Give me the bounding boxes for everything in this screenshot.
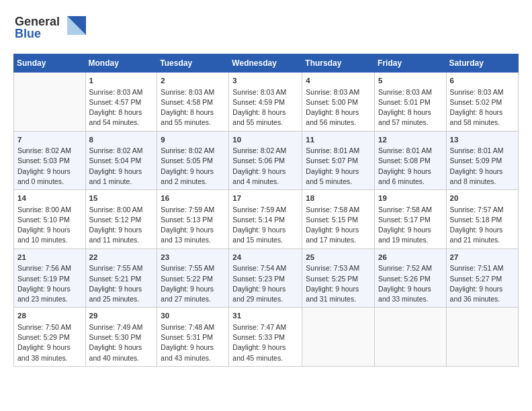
calendar-cell: 31Sunrise: 7:47 AMSunset: 5:33 PMDayligh… (229, 308, 302, 367)
calendar-cell: 2Sunrise: 8:03 AMSunset: 4:58 PMDaylight… (157, 73, 229, 132)
day-info: Sunrise: 8:00 AM (89, 205, 154, 215)
day-number: 15 (89, 193, 154, 204)
col-header-saturday: Saturday (446, 54, 518, 73)
calendar-cell: 10Sunrise: 8:02 AMSunset: 5:06 PMDayligh… (229, 131, 302, 190)
day-number: 19 (378, 193, 443, 204)
calendar-cell: 13Sunrise: 8:01 AMSunset: 5:09 PMDayligh… (446, 131, 518, 190)
day-info: Sunset: 5:17 PM (378, 215, 443, 225)
day-info: Sunset: 5:14 PM (232, 215, 298, 225)
day-number: 17 (232, 193, 298, 204)
day-number: 13 (450, 134, 515, 146)
day-info: and 25 minutes. (89, 294, 154, 304)
calendar-cell: 4Sunrise: 8:03 AMSunset: 5:00 PMDaylight… (302, 73, 375, 132)
day-number: 29 (89, 310, 154, 322)
col-header-sunday: Sunday (14, 54, 86, 73)
day-info: Sunrise: 7:53 AM (306, 263, 371, 273)
day-number: 5 (378, 75, 443, 87)
day-info: Daylight: 9 hours (17, 167, 82, 177)
calendar-week-3: 14Sunrise: 8:00 AMSunset: 5:10 PMDayligh… (14, 190, 519, 249)
day-info: Daylight: 9 hours (17, 284, 82, 294)
day-number: 24 (232, 252, 298, 263)
day-info: Daylight: 9 hours (161, 342, 225, 353)
day-info: Daylight: 8 hours (161, 107, 225, 118)
day-info: and 4 minutes. (232, 177, 298, 187)
calendar-header-row: SundayMondayTuesdayWednesdayThursdayFrid… (14, 54, 519, 73)
day-info: and 13 minutes. (161, 235, 225, 245)
header: General Blue (13, 11, 519, 46)
day-info: and 55 minutes. (161, 118, 225, 128)
calendar-cell: 30Sunrise: 7:48 AMSunset: 5:31 PMDayligh… (157, 308, 229, 367)
day-number: 31 (232, 310, 298, 322)
day-info: Sunrise: 8:02 AM (232, 146, 298, 156)
day-info: and 40 minutes. (89, 353, 154, 363)
day-info: Daylight: 9 hours (232, 284, 298, 294)
calendar-week-5: 28Sunrise: 7:50 AMSunset: 5:29 PMDayligh… (14, 308, 519, 367)
day-info: and 6 minutes. (378, 177, 443, 187)
day-info: and 15 minutes. (232, 235, 298, 245)
day-info: Sunset: 5:09 PM (450, 156, 515, 166)
day-info: Sunrise: 7:48 AM (161, 322, 225, 332)
day-number: 11 (306, 134, 371, 146)
day-number: 16 (161, 193, 225, 204)
day-info: Sunrise: 8:02 AM (17, 146, 82, 156)
day-info: Sunrise: 7:55 AM (89, 263, 154, 273)
day-info: Sunset: 5:07 PM (306, 156, 371, 166)
day-info: Sunset: 4:57 PM (89, 97, 154, 107)
day-info: Sunrise: 7:50 AM (17, 322, 82, 332)
day-info: Sunrise: 8:02 AM (161, 146, 225, 156)
col-header-thursday: Thursday (302, 54, 375, 73)
calendar-cell (302, 308, 375, 367)
day-info: Sunrise: 8:03 AM (306, 87, 371, 97)
day-info: and 43 minutes. (161, 353, 225, 363)
calendar-cell: 21Sunrise: 7:56 AMSunset: 5:19 PMDayligh… (14, 248, 86, 308)
calendar-cell: 8Sunrise: 8:02 AMSunset: 5:04 PMDaylight… (85, 131, 157, 190)
day-info: Daylight: 9 hours (450, 284, 515, 294)
day-info: Sunrise: 7:51 AM (450, 263, 515, 273)
day-info: Sunrise: 8:01 AM (378, 146, 443, 156)
day-info: and 19 minutes. (378, 235, 443, 245)
day-info: Daylight: 8 hours (378, 107, 443, 118)
day-info: Sunset: 5:05 PM (161, 156, 225, 166)
day-info: Sunset: 5:03 PM (17, 156, 82, 166)
day-number: 14 (17, 193, 82, 204)
day-info: Sunset: 5:13 PM (161, 215, 225, 225)
calendar-cell: 1Sunrise: 8:03 AMSunset: 4:57 PMDaylight… (85, 73, 157, 132)
day-info: Sunset: 4:59 PM (232, 97, 298, 107)
day-info: Sunset: 5:08 PM (378, 156, 443, 166)
col-header-friday: Friday (375, 54, 447, 73)
day-number: 21 (17, 252, 82, 263)
calendar-cell: 20Sunrise: 7:57 AMSunset: 5:18 PMDayligh… (446, 190, 518, 249)
day-info: Sunrise: 8:03 AM (89, 87, 154, 97)
day-info: Sunset: 5:04 PM (89, 156, 154, 166)
day-number: 27 (450, 252, 515, 263)
day-number: 28 (17, 310, 82, 322)
day-info: Sunset: 5:12 PM (89, 215, 154, 225)
day-number: 10 (232, 134, 298, 146)
calendar-cell: 9Sunrise: 8:02 AMSunset: 5:05 PMDaylight… (157, 131, 229, 190)
day-info: Sunrise: 8:00 AM (17, 205, 82, 215)
day-info: and 56 minutes. (306, 118, 371, 128)
day-info: Daylight: 9 hours (378, 284, 443, 294)
day-info: Sunset: 5:27 PM (450, 274, 515, 284)
day-info: Daylight: 9 hours (89, 342, 154, 353)
day-info: and 8 minutes. (450, 177, 515, 187)
day-info: and 45 minutes. (232, 353, 298, 363)
day-info: Sunset: 5:15 PM (306, 215, 371, 225)
calendar-cell: 14Sunrise: 8:00 AMSunset: 5:10 PMDayligh… (14, 190, 86, 249)
col-header-tuesday: Tuesday (157, 54, 229, 73)
day-info: and 38 minutes. (17, 353, 82, 363)
day-info: Sunrise: 7:55 AM (161, 263, 225, 273)
day-info: and 57 minutes. (378, 118, 443, 128)
svg-text:Blue: Blue (15, 27, 41, 40)
day-info: and 55 minutes. (232, 118, 298, 128)
day-info: Sunset: 4:58 PM (161, 97, 225, 107)
calendar-cell: 17Sunrise: 7:59 AMSunset: 5:14 PMDayligh… (229, 190, 302, 249)
day-info: and 5 minutes. (306, 177, 371, 187)
calendar-cell: 27Sunrise: 7:51 AMSunset: 5:27 PMDayligh… (446, 248, 518, 308)
day-number: 18 (306, 193, 371, 204)
day-number: 3 (232, 75, 298, 87)
day-info: Sunrise: 8:03 AM (450, 87, 515, 97)
day-number: 23 (161, 252, 225, 263)
calendar-cell: 24Sunrise: 7:54 AMSunset: 5:23 PMDayligh… (229, 248, 302, 308)
day-info: Sunset: 5:01 PM (378, 97, 443, 107)
